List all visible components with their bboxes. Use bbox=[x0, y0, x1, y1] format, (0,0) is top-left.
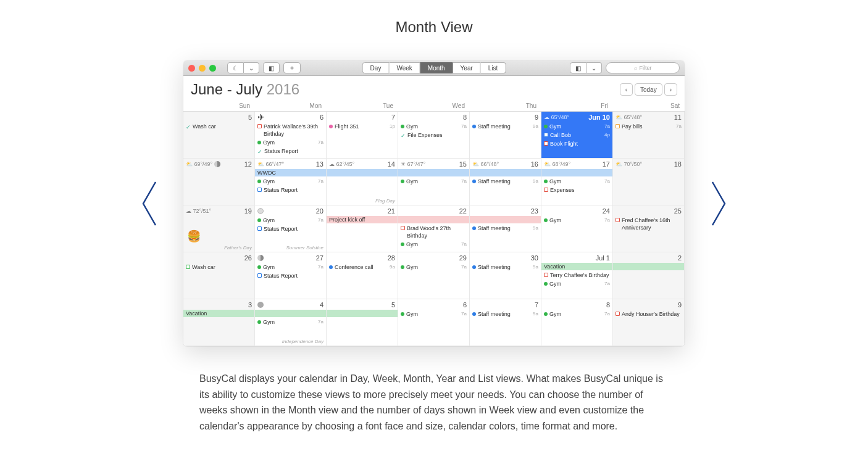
panel-dropdown-button[interactable]: ⌄ bbox=[586, 62, 602, 73]
day-cell[interactable]: Jul 1VacationTerry Chaffee's BirthdayGym… bbox=[541, 252, 613, 299]
event-item[interactable]: Patrick Wallace's 39th Birthday bbox=[257, 122, 323, 138]
day-cell[interactable]: 9Andy Houser's Birthday bbox=[613, 299, 685, 346]
day-cell[interactable]: 5✓Wash car bbox=[183, 112, 255, 159]
day-cell[interactable]: 21Project kick off bbox=[327, 205, 398, 252]
day-cell[interactable]: 8Gym7a bbox=[541, 299, 613, 346]
event-item[interactable]: Brad Wood's 27th Birthday bbox=[401, 224, 467, 240]
panel-toggle-button[interactable]: ◧ bbox=[570, 62, 586, 73]
day-cell[interactable]: ⛅ 69°/49°12 bbox=[183, 159, 255, 205]
day-cell[interactable]: 29Gym7a bbox=[398, 252, 470, 299]
view-tab-week[interactable]: Week bbox=[389, 62, 420, 73]
event-item[interactable]: Flight 3511p bbox=[329, 122, 395, 131]
day-cell[interactable]: 23 Staff meeting9a bbox=[470, 205, 541, 252]
all-day-banner[interactable] bbox=[470, 216, 541, 223]
day-cell[interactable]: 25Fred Chaffee's 16th Anniversary bbox=[613, 205, 685, 252]
day-cell[interactable]: 24Gym7a bbox=[541, 205, 613, 252]
day-cell[interactable]: 8Gym7a✓File Expenses bbox=[398, 112, 470, 159]
event-item[interactable]: Gym7a bbox=[544, 122, 610, 131]
day-cell[interactable]: 9Staff meeting9a bbox=[470, 112, 541, 159]
carousel-next-icon[interactable] bbox=[709, 179, 728, 228]
all-day-banner[interactable]: WWDC bbox=[255, 169, 326, 176]
day-cell[interactable]: 22 Brad Wood's 27th BirthdayGym7a bbox=[398, 205, 470, 252]
event-item[interactable]: Fred Chaffee's 16th Anniversary bbox=[616, 216, 682, 232]
event-item[interactable]: Status Report bbox=[257, 271, 323, 280]
event-item[interactable]: Gym7a bbox=[257, 216, 323, 225]
moon-toggle-button[interactable]: ☾ bbox=[227, 62, 244, 73]
event-item[interactable]: ✓File Expenses bbox=[401, 131, 467, 140]
event-item[interactable]: Call Bob4p bbox=[544, 131, 610, 139]
event-item[interactable]: ✓Wash car bbox=[186, 122, 252, 131]
day-cell[interactable]: 7Staff meeting9a bbox=[470, 299, 541, 346]
day-cell[interactable]: ⛅ 66°/48°16 Staff meeting9a bbox=[470, 159, 541, 205]
day-cell[interactable]: ✈6Patrick Wallace's 39th BirthdayGym7a✓S… bbox=[255, 112, 327, 159]
day-cell[interactable]: 28Conference call9a bbox=[327, 252, 398, 299]
all-day-banner[interactable] bbox=[613, 263, 684, 270]
event-item[interactable]: Staff meeting9a bbox=[472, 224, 538, 233]
all-day-banner[interactable] bbox=[398, 169, 469, 176]
filter-input[interactable]: ⌕ Filter bbox=[606, 62, 680, 73]
all-day-banner[interactable] bbox=[327, 310, 398, 317]
event-item[interactable]: Expenses bbox=[544, 186, 610, 194]
event-item[interactable]: Gym7a bbox=[401, 310, 467, 318]
event-item[interactable]: Book Flight bbox=[544, 139, 610, 148]
all-day-banner[interactable] bbox=[255, 310, 326, 317]
add-button[interactable]: ＋ bbox=[283, 62, 301, 73]
view-tab-month[interactable]: Month bbox=[420, 62, 453, 73]
event-item[interactable]: ✓Status Report bbox=[257, 147, 323, 156]
event-item[interactable]: Gym7a bbox=[544, 216, 610, 225]
event-item[interactable]: Conference call9a bbox=[329, 263, 395, 271]
all-day-banner[interactable] bbox=[541, 169, 612, 176]
minimize-icon[interactable] bbox=[199, 65, 206, 72]
view-tab-year[interactable]: Year bbox=[453, 62, 481, 73]
event-item[interactable]: Gym7a bbox=[257, 177, 323, 186]
day-cell[interactable]: 30Staff meeting9a bbox=[470, 252, 541, 299]
event-item[interactable]: Gym7a bbox=[544, 280, 610, 288]
prev-month-button[interactable]: ‹ bbox=[620, 83, 633, 96]
day-cell[interactable]: 27Gym7aStatus Report bbox=[255, 252, 327, 299]
event-item[interactable]: Staff meeting9a bbox=[472, 310, 538, 318]
close-icon[interactable] bbox=[188, 65, 195, 72]
event-item[interactable]: Gym7a bbox=[401, 263, 467, 271]
event-item[interactable]: Wash car bbox=[186, 263, 252, 271]
all-day-banner[interactable]: Project kick off bbox=[327, 216, 398, 223]
event-item[interactable]: Terry Chaffee's Birthday bbox=[544, 271, 610, 280]
all-day-banner[interactable] bbox=[470, 169, 541, 176]
event-item[interactable]: Gym7a bbox=[401, 240, 467, 249]
event-item[interactable]: Gym7a bbox=[257, 138, 323, 147]
event-item[interactable]: Status Report bbox=[257, 225, 323, 233]
carousel-prev-icon[interactable] bbox=[140, 179, 159, 228]
view-tab-list[interactable]: List bbox=[481, 62, 506, 73]
day-cell[interactable]: ☁ 72°/51°19🍔Father's Day bbox=[183, 205, 255, 252]
all-day-banner[interactable]: Vacation bbox=[541, 263, 612, 270]
event-item[interactable]: Gym7a bbox=[401, 122, 467, 131]
event-item[interactable]: Gym7a bbox=[257, 318, 323, 326]
moon-dropdown-button[interactable]: ⌄ bbox=[244, 62, 259, 73]
event-item[interactable]: Staff meeting9a bbox=[472, 263, 538, 271]
view-tab-day[interactable]: Day bbox=[362, 62, 390, 73]
event-item[interactable]: Gym7a bbox=[544, 310, 610, 318]
event-item[interactable]: Pay bills7a bbox=[616, 122, 682, 131]
day-cell[interactable]: ☁ 65°/48°Jun 10Gym7aCall Bob4pBook Fligh… bbox=[541, 112, 613, 159]
event-item[interactable]: Gym7a bbox=[401, 177, 467, 186]
sidebar-toggle-button[interactable]: ◧ bbox=[263, 62, 280, 73]
day-cell[interactable]: 4 Gym7aIndependence Day bbox=[255, 299, 327, 346]
zoom-icon[interactable] bbox=[209, 65, 216, 72]
all-day-banner[interactable] bbox=[398, 216, 469, 223]
event-item[interactable]: Status Report bbox=[257, 186, 323, 194]
today-button[interactable]: Today bbox=[635, 83, 662, 96]
all-day-banner[interactable]: Vacation bbox=[183, 310, 254, 317]
day-cell[interactable]: ⛅ 66°/47°13WWDCGym7aStatus Report bbox=[255, 159, 327, 205]
event-item[interactable]: Gym7a bbox=[257, 263, 323, 271]
event-item[interactable]: Staff meeting9a bbox=[472, 177, 538, 186]
next-month-button[interactable]: › bbox=[664, 83, 677, 96]
event-item[interactable]: Staff meeting9a bbox=[472, 122, 538, 131]
day-cell[interactable]: 5 bbox=[327, 299, 398, 346]
day-cell[interactable]: 20Gym7aStatus ReportSummer Solstice bbox=[255, 205, 327, 252]
day-cell[interactable]: ☀ 67°/47°15 Gym7a bbox=[398, 159, 470, 205]
day-cell[interactable]: 6Gym7a bbox=[398, 299, 470, 346]
day-cell[interactable]: ⛅ 68°/49°17 Gym7aExpenses bbox=[541, 159, 613, 205]
day-cell[interactable]: 2 bbox=[613, 252, 685, 299]
event-item[interactable]: Andy Houser's Birthday bbox=[616, 310, 682, 318]
day-cell[interactable]: 26Wash car bbox=[183, 252, 255, 299]
day-cell[interactable]: ☁ 62°/45°14 Flag Day bbox=[327, 159, 398, 205]
